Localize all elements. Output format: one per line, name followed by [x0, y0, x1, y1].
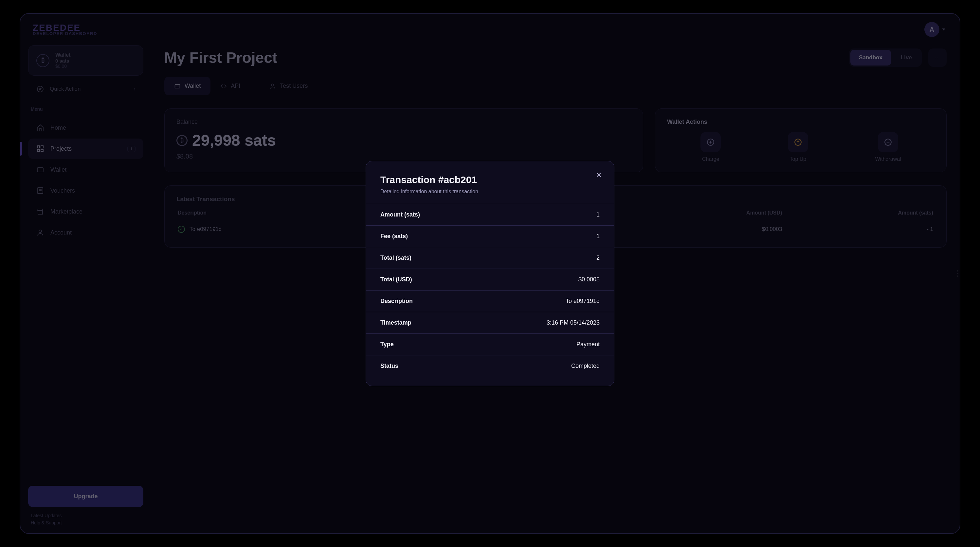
modal-value: $0.0005: [578, 276, 600, 283]
modal-row-type: Type Payment: [366, 333, 614, 355]
modal-value: Payment: [576, 341, 600, 348]
close-icon: ✕: [596, 171, 601, 180]
modal-row-timestamp: Timestamp 3:16 PM 05/14/2023: [366, 312, 614, 333]
transaction-detail-modal: ✕ Transaction #acb201 Detailed informati…: [366, 161, 614, 386]
modal-value: 1: [597, 211, 600, 218]
modal-key: Fee (sats): [380, 233, 408, 240]
modal-row-status: Status Completed: [366, 355, 614, 377]
modal-row-description: Description To e097191d: [366, 290, 614, 312]
modal-value: Completed: [571, 363, 600, 370]
modal-key: Total (sats): [380, 255, 412, 262]
modal-key: Type: [380, 341, 394, 348]
modal-row-amount: Amount (sats) 1: [366, 204, 614, 225]
modal-key: Status: [380, 363, 398, 370]
modal-row-fee: Fee (sats) 1: [366, 225, 614, 247]
modal-value: To e097191d: [566, 298, 600, 305]
modal-key: Amount (sats): [380, 211, 420, 218]
app-window: ZEBEDEE DEVELOPER DASHBOARD A ₿ Wallet 0…: [20, 13, 960, 534]
modal-title: Transaction #acb201: [380, 174, 600, 185]
modal-key: Total (USD): [380, 276, 412, 283]
modal-row-total-sats: Total (sats) 2: [366, 247, 614, 269]
modal-header: Transaction #acb201 Detailed information…: [366, 174, 614, 204]
modal-key: Timestamp: [380, 319, 412, 326]
modal-value: 2: [597, 255, 600, 262]
modal-close-button[interactable]: ✕: [593, 170, 604, 181]
modal-value: 3:16 PM 05/14/2023: [547, 319, 600, 326]
modal-key: Description: [380, 298, 413, 305]
modal-subtitle: Detailed information about this transact…: [380, 189, 600, 195]
modal-row-total-usd: Total (USD) $0.0005: [366, 269, 614, 290]
modal-value: 1: [597, 233, 600, 240]
